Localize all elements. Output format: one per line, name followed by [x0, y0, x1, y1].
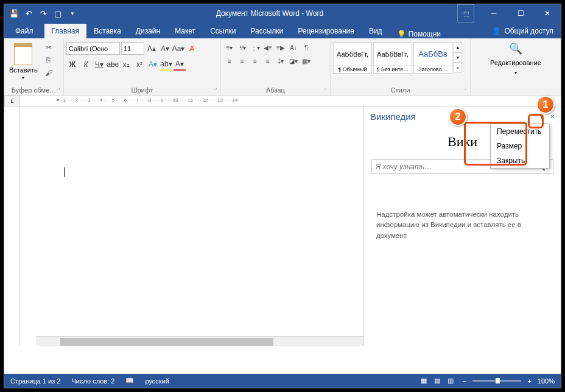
- close-button[interactable]: ✕: [534, 4, 561, 23]
- save-icon[interactable]: 💾: [9, 9, 19, 18]
- group-font: A▴ A▾ Aa▾ A̸ Ж К Ч▾ abc x₂ x² A▾ ab▾ A▾: [64, 38, 221, 95]
- line-spacing-icon[interactable]: ‡▾: [275, 55, 287, 66]
- group-paragraph: ≡▾ ⅟▾ ⋮▾ ◀≡ ≡▶ A↓ ¶ ≡ ≡ ≡ ≡ ‡▾ ◪▾ ▦▾: [221, 38, 331, 95]
- maximize-button[interactable]: ☐: [507, 4, 534, 23]
- strike-button[interactable]: abc: [107, 58, 119, 71]
- bullets-icon[interactable]: ≡▾: [223, 42, 236, 53]
- text-cursor: [64, 167, 65, 177]
- italic-button[interactable]: К: [80, 58, 92, 71]
- align-right-icon[interactable]: ≡: [249, 55, 261, 66]
- zoom-out-icon[interactable]: −: [463, 377, 466, 385]
- window-title: Документ Microsoft Word - Word: [82, 9, 457, 18]
- font-color-button[interactable]: A▾: [174, 58, 186, 71]
- redo-icon[interactable]: ↷: [38, 9, 48, 18]
- zoom-in-icon[interactable]: +: [527, 377, 531, 385]
- align-center-icon[interactable]: ≡: [236, 55, 248, 66]
- menu-close[interactable]: Закрыть: [491, 153, 549, 168]
- document-canvas[interactable]: [20, 107, 363, 346]
- numbering-icon[interactable]: ⅟▾: [236, 42, 248, 53]
- search-icon[interactable]: 🔍: [509, 42, 522, 55]
- highlight-button[interactable]: ab▾: [160, 58, 172, 71]
- copy-icon[interactable]: ⎘: [43, 55, 54, 66]
- styles-scroll-down[interactable]: ▾: [454, 52, 462, 63]
- horizontal-scrollbar[interactable]: [36, 336, 363, 346]
- qat-dropdown-icon[interactable]: ▼: [68, 9, 77, 18]
- vertical-ruler[interactable]: [4, 107, 20, 346]
- statusbar: Страница 1 из 2 Число слов: 2 📖 русский …: [4, 374, 561, 388]
- font-size-select[interactable]: [121, 42, 144, 55]
- pane-dropdown-icon[interactable]: ▼ ✕: [539, 113, 555, 120]
- callout-1: 1: [536, 96, 555, 114]
- superscript-button[interactable]: x²: [133, 58, 146, 71]
- view-print-icon[interactable]: ▤: [431, 376, 443, 386]
- status-proofing-icon[interactable]: 📖: [125, 377, 134, 385]
- indent-right-icon[interactable]: ≡▶: [275, 42, 287, 53]
- zoom-slider[interactable]: [472, 380, 521, 382]
- share-button[interactable]: 👤Общий доступ: [485, 24, 561, 38]
- editing-dropdown-icon[interactable]: ▾: [514, 70, 517, 75]
- view-read-icon[interactable]: ▦: [418, 376, 430, 386]
- tab-review[interactable]: Рецензирование: [290, 24, 362, 38]
- tab-layout[interactable]: Макет: [167, 24, 203, 38]
- sort-icon[interactable]: A↓: [287, 42, 300, 53]
- group-editing: 🔍 Редактирование ▾: [471, 38, 561, 95]
- show-marks-icon[interactable]: ¶: [300, 42, 312, 53]
- align-left-icon[interactable]: ≡: [223, 55, 236, 66]
- ribbon-display-icon[interactable]: ⬚: [457, 4, 474, 23]
- group-label-font: Шрифт: [66, 85, 218, 95]
- zoom-level[interactable]: 100%: [538, 377, 555, 385]
- menu-size[interactable]: Размер: [491, 139, 549, 153]
- format-painter-icon[interactable]: 🖌: [43, 68, 54, 79]
- style-normal[interactable]: АаБбВвГг, ¶ Обычный: [333, 42, 372, 74]
- tab-view[interactable]: Вид: [362, 24, 390, 38]
- group-label-clipboard: Буфер обме…: [7, 85, 61, 95]
- ribbon-tabs: Файл Главная Вставка Дизайн Макет Ссылки…: [4, 23, 561, 38]
- status-page[interactable]: Страница 1 из 2: [10, 377, 60, 385]
- justify-icon[interactable]: ≡: [262, 55, 274, 66]
- styles-scroll-up[interactable]: ▴: [454, 42, 462, 52]
- tab-insert[interactable]: Вставка: [86, 24, 128, 38]
- status-words[interactable]: Число слов: 2: [71, 377, 114, 385]
- titlebar: 💾 ↶ ↷ ▢ ▼ Документ Microsoft Word - Word…: [4, 4, 561, 23]
- styles-gallery: АаБбВвГг, ¶ Обычный АаБбВвГг, ¶ Без инте…: [333, 42, 462, 74]
- underline-button[interactable]: Ч▾: [93, 58, 105, 71]
- style-no-spacing[interactable]: АаБбВвГг, ¶ Без инте…: [373, 42, 412, 74]
- pane-title: Википедия: [370, 111, 416, 122]
- multilevel-icon[interactable]: ⋮▾: [249, 42, 261, 53]
- styles-expand[interactable]: ▿: [454, 63, 462, 73]
- new-doc-icon[interactable]: ▢: [53, 9, 63, 18]
- group-clipboard: Вставить ▾ ✂ ⎘ 🖌 Буфер обме…: [4, 38, 64, 95]
- status-language[interactable]: русский: [145, 377, 169, 385]
- change-case-icon[interactable]: Aa▾: [172, 43, 184, 55]
- tab-home[interactable]: Главная: [44, 24, 87, 38]
- tab-mailings[interactable]: Рассылки: [243, 24, 290, 38]
- bold-button[interactable]: Ж: [66, 58, 79, 71]
- ruler-corner[interactable]: L: [4, 96, 20, 107]
- lightbulb-icon: 💡: [397, 30, 406, 38]
- tab-file[interactable]: Файл: [4, 24, 44, 38]
- font-name-select[interactable]: [66, 42, 120, 55]
- undo-icon[interactable]: ↶: [24, 9, 33, 18]
- tab-references[interactable]: Ссылки: [203, 24, 243, 38]
- cut-icon[interactable]: ✂: [43, 42, 54, 53]
- clear-format-icon[interactable]: A̸: [186, 43, 198, 55]
- minimize-button[interactable]: ─: [480, 4, 507, 23]
- group-label-styles: Стили: [333, 85, 468, 95]
- tab-design[interactable]: Дизайн: [128, 24, 167, 38]
- shading-icon[interactable]: ◪▾: [287, 55, 300, 66]
- paste-button[interactable]: Вставить ▾: [7, 42, 40, 82]
- indent-left-icon[interactable]: ◀≡: [262, 42, 274, 53]
- view-web-icon[interactable]: ▥: [444, 376, 457, 386]
- menu-move[interactable]: Переместить: [491, 124, 549, 139]
- shrink-font-icon[interactable]: A▾: [159, 43, 171, 55]
- scroll-thumb[interactable]: [60, 338, 273, 346]
- tell-me[interactable]: 💡Помощни: [397, 30, 441, 38]
- subscript-button[interactable]: x₂: [120, 58, 132, 71]
- text-effects-icon[interactable]: A▾: [147, 58, 159, 71]
- borders-icon[interactable]: ▦▾: [300, 55, 312, 66]
- horizontal-ruler[interactable]: ▾ · 1 · · · 2 · · · 3 · · · 4 · · · 5 · …: [20, 96, 561, 107]
- editing-label[interactable]: Редактирование: [490, 59, 541, 66]
- grow-font-icon[interactable]: A▴: [146, 43, 158, 55]
- style-heading1[interactable]: АаБбВв Заголово…: [413, 42, 452, 74]
- group-styles: АаБбВвГг, ¶ Обычный АаБбВвГг, ¶ Без инте…: [331, 38, 471, 95]
